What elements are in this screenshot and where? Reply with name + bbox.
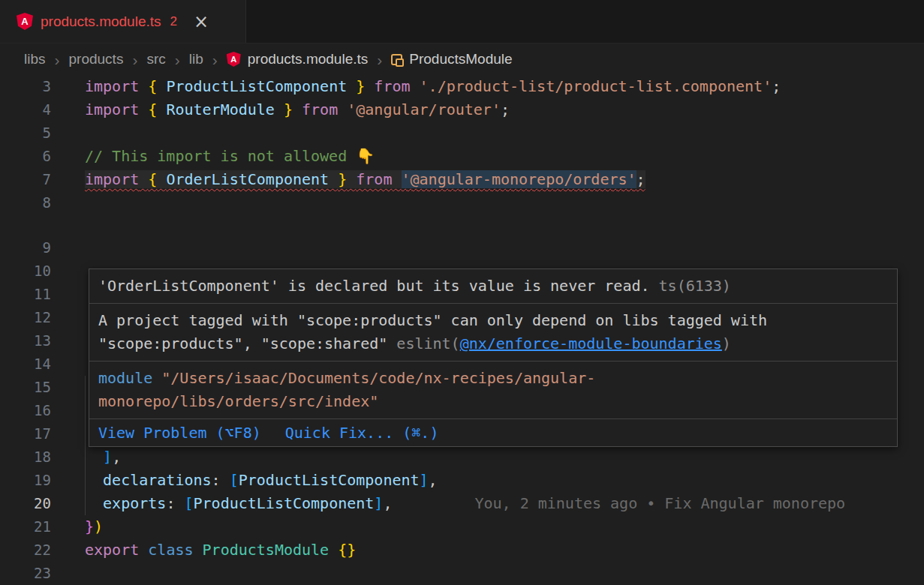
breadcrumb-item-products[interactable]: products bbox=[69, 51, 124, 68]
breadcrumb-item-lib[interactable]: lib bbox=[189, 51, 203, 68]
module-info: module "/Users/isaac/Documents/code/nx-r… bbox=[89, 362, 897, 419]
git-blame-annotation: You, 2 minutes ago • Fix Angular monorep… bbox=[474, 494, 845, 512]
indent-guides bbox=[85, 492, 103, 515]
line-number: 18 bbox=[0, 446, 51, 469]
tab-title: products.module.ts bbox=[41, 14, 161, 30]
code-text: // This import is not allowed 👇 bbox=[85, 147, 375, 165]
code-text: import { ProductListComponent } from './… bbox=[85, 77, 781, 95]
breadcrumb-symbol-label: ProductsModule bbox=[409, 51, 512, 68]
breadcrumb-item-file[interactable]: A products.module.ts bbox=[227, 51, 369, 68]
quick-fix-button[interactable]: Quick Fix... (⌘.) bbox=[285, 423, 439, 442]
code-line[interactable]: 22export class ProductsModule {} bbox=[0, 538, 924, 562]
line-number: 22 bbox=[0, 538, 51, 562]
code-text: ], bbox=[103, 448, 121, 466]
line-number: 19 bbox=[0, 469, 51, 492]
line-number: 6 bbox=[0, 145, 51, 168]
line-number: 4 bbox=[0, 98, 51, 122]
code-line[interactable]: 20exports: [ProductListComponent],You, 2… bbox=[0, 492, 924, 515]
eslint-source-prefix: eslint( bbox=[396, 334, 459, 352]
module-path-line2: monorepo/libs/orders/src/index" bbox=[98, 392, 378, 410]
line-number: 14 bbox=[0, 352, 51, 376]
code-text: import { RouterModule } from '@angular/r… bbox=[85, 100, 510, 118]
code-line[interactable]: 23 bbox=[0, 562, 924, 585]
breadcrumb-item-src[interactable]: src bbox=[146, 51, 165, 68]
code-line[interactable]: 7import { OrderListComponent } from '@an… bbox=[0, 168, 924, 191]
line-number: 21 bbox=[0, 515, 51, 538]
code-line[interactable]: 6// This import is not allowed 👇 bbox=[0, 145, 924, 168]
code-line[interactable]: 3import { ProductListComponent } from '.… bbox=[0, 75, 924, 98]
breadcrumb-item-symbol[interactable]: ProductsModule bbox=[391, 51, 512, 68]
code-line[interactable]: 5 bbox=[0, 122, 924, 145]
ts-error-message: 'OrderListComponent' is declared but its… bbox=[89, 269, 897, 304]
line-number: 10 bbox=[0, 260, 51, 283]
line-number: 5 bbox=[0, 122, 51, 145]
editor[interactable]: 3import { ProductListComponent } from '.… bbox=[0, 75, 924, 585]
vscode-window: A products.module.ts 2 × libs › products… bbox=[0, 0, 924, 585]
eslint-error-message: A project tagged with "scope:products" c… bbox=[89, 304, 897, 362]
line-number: 17 bbox=[0, 422, 51, 446]
line-number: 13 bbox=[0, 329, 51, 352]
breadcrumb-separator-icon: › bbox=[212, 52, 218, 68]
line-number: 7 bbox=[0, 168, 51, 191]
indent-guides bbox=[85, 446, 103, 469]
breadcrumb-separator-icon: › bbox=[377, 52, 382, 68]
view-problem-button[interactable]: View Problem (⌥F8) bbox=[98, 423, 261, 442]
hover-actions: View Problem (⌥F8) Quick Fix... (⌘.) bbox=[89, 419, 897, 446]
breadcrumb-separator-icon: › bbox=[132, 52, 137, 68]
error-hover-popup: 'OrderListComponent' is declared but its… bbox=[89, 268, 898, 447]
code-line[interactable]: 8 bbox=[0, 191, 924, 214]
close-tab-icon[interactable]: × bbox=[194, 13, 209, 31]
line-number: 8 bbox=[0, 191, 51, 214]
line-number: 11 bbox=[0, 283, 51, 306]
code-line[interactable]: 9 bbox=[0, 236, 924, 260]
ts-error-text: 'OrderListComponent' is declared but its… bbox=[98, 277, 650, 295]
breadcrumb-file-label: products.module.ts bbox=[248, 51, 369, 68]
breadcrumb: libs › products › src › lib › A products… bbox=[0, 44, 924, 75]
angular-icon-letter: A bbox=[230, 55, 236, 64]
line-number: 3 bbox=[0, 75, 51, 98]
eslint-source-suffix: ) bbox=[722, 334, 731, 352]
tab-products-module[interactable]: A products.module.ts 2 × bbox=[0, 0, 246, 43]
line-number: 12 bbox=[0, 306, 51, 329]
line-number: 9 bbox=[0, 236, 51, 260]
code-line[interactable]: 19declarations: [ProductListComponent], bbox=[0, 469, 924, 492]
code-line[interactable]: 4import { RouterModule } from '@angular/… bbox=[0, 98, 924, 122]
code-text: export class ProductsModule {} bbox=[85, 541, 356, 559]
code-text: declarations: [ProductListComponent], bbox=[103, 471, 438, 489]
code-line[interactable]: 21}) bbox=[0, 515, 924, 538]
code-line[interactable]: 18], bbox=[0, 446, 924, 469]
angular-icon: A bbox=[17, 13, 33, 30]
code-text: import { OrderListComponent } from '@ang… bbox=[85, 170, 646, 188]
line-number: 15 bbox=[0, 376, 51, 399]
breadcrumb-separator-icon: › bbox=[175, 52, 180, 68]
code-text: }) bbox=[85, 518, 103, 536]
eslint-error-line1: A project tagged with "scope:products" c… bbox=[98, 311, 767, 329]
indent-guides bbox=[85, 469, 103, 492]
ts-error-source: ts(6133) bbox=[659, 277, 731, 295]
breadcrumb-item-libs[interactable]: libs bbox=[24, 51, 46, 68]
module-path-line1: "/Users/isaac/Documents/code/nx-recipes/… bbox=[152, 369, 595, 387]
line-number: 16 bbox=[0, 399, 51, 422]
line-number: 20 bbox=[0, 492, 51, 515]
class-symbol-icon bbox=[391, 54, 402, 65]
tab-problem-count-badge: 2 bbox=[170, 14, 177, 29]
eslint-rule-link[interactable]: @nx/enforce-module-boundaries bbox=[460, 334, 722, 352]
eslint-error-line2: "scope:products", "scope:shared" bbox=[98, 334, 396, 352]
tab-bar: A products.module.ts 2 × bbox=[0, 0, 924, 44]
angular-icon-letter: A bbox=[21, 16, 28, 27]
angular-icon: A bbox=[227, 52, 241, 67]
code-text: exports: [ProductListComponent], bbox=[103, 494, 392, 512]
line-number: 23 bbox=[0, 562, 51, 585]
module-keyword: module bbox=[98, 369, 152, 387]
breadcrumb-separator-icon: › bbox=[55, 52, 60, 68]
